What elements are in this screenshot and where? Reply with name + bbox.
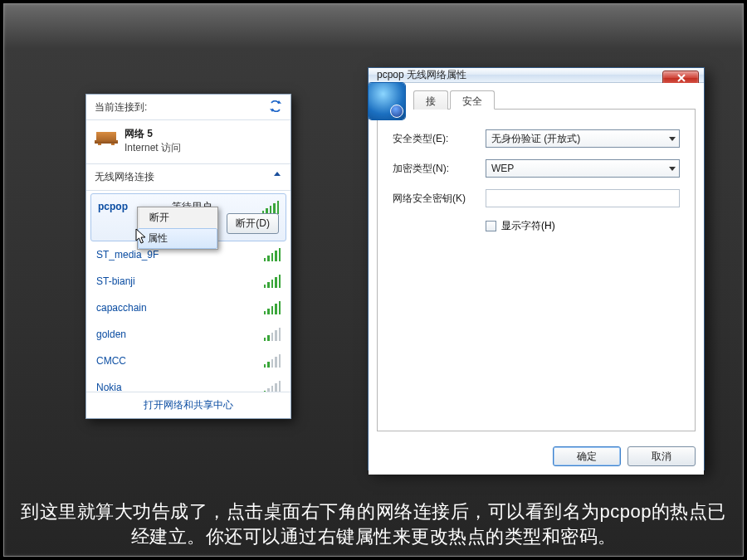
cursor-icon	[135, 228, 147, 245]
label-network-key: 网络安全密钥(K)	[393, 192, 486, 206]
wifi-name: capacchain	[96, 302, 147, 314]
wifi-name: golden	[96, 329, 126, 340]
stage-frame: 当前连接到: 网络 5 Internet 访问 无线网络连接 pcpop	[3, 3, 744, 557]
current-connection: 网络 5 Internet 访问	[86, 120, 290, 164]
chevron-down-icon	[669, 167, 676, 171]
wireless-properties-dialog: pcpop 无线网络属性 接 安全 安全类型(E): 无身份验证 (开放式)	[368, 67, 705, 470]
encryption-type-select[interactable]: WEP	[486, 159, 680, 178]
ctx-disconnect[interactable]: 断开	[138, 207, 217, 228]
ctx-properties[interactable]: 属性	[138, 228, 217, 249]
caption-text: 到这里就算大功告成了，点击桌面右下角的网络连接后，可以看到名为pcpop的热点已…	[12, 499, 735, 549]
tab-connection[interactable]: 接	[413, 90, 448, 110]
chevron-up-icon	[274, 172, 281, 176]
dialog-button-row: 确定 取消	[369, 440, 704, 475]
dialog-titlebar[interactable]: pcpop 无线网络属性	[369, 68, 704, 83]
current-network-status: Internet 访问	[124, 141, 181, 155]
show-characters-checkbox[interactable]	[486, 221, 496, 231]
label-encryption-type: 加密类型(N):	[393, 162, 486, 176]
dialog-body: 接 安全 安全类型(E): 无身份验证 (开放式) 加密类型(N): WEP	[369, 83, 704, 440]
signal-icon	[264, 301, 281, 314]
security-pane: 安全类型(E): 无身份验证 (开放式) 加密类型(N): WEP 网络安全密钥…	[377, 110, 696, 431]
show-characters-row[interactable]: 显示字符(H)	[486, 219, 680, 233]
tab-strip: 接 安全	[413, 90, 696, 110]
signal-icon	[264, 275, 281, 288]
label-security-type: 安全类型(E):	[393, 132, 486, 146]
ok-button[interactable]: 确定	[553, 446, 621, 466]
network-flyout: 当前连接到: 网络 5 Internet 访问 无线网络连接 pcpop	[85, 94, 291, 419]
wifi-name: CMCC	[96, 355, 126, 367]
wifi-name: ST_media_9F	[96, 249, 159, 261]
wifi-name: pcpop	[98, 201, 128, 212]
signal-icon	[264, 354, 281, 368]
wifi-item[interactable]: golden	[86, 321, 290, 348]
wifi-item[interactable]: capacchain	[86, 295, 290, 321]
current-network-name: 网络 5	[124, 127, 181, 141]
dialog-title: pcpop 无线网络属性	[377, 68, 466, 82]
security-type-value: 无身份验证 (开放式)	[491, 132, 580, 146]
network-bench-icon	[95, 127, 118, 145]
disconnect-button[interactable]: 断开(D)	[227, 213, 279, 234]
refresh-icon[interactable]	[269, 100, 282, 112]
context-menu: 断开 属性	[137, 207, 218, 250]
chevron-down-icon	[669, 137, 676, 141]
network-key-input[interactable]	[486, 189, 680, 207]
signal-icon	[264, 328, 281, 341]
tab-security[interactable]: 安全	[450, 90, 495, 110]
encryption-type-value: WEP	[491, 163, 514, 174]
open-network-center-link[interactable]: 打开网络和共享中心	[86, 392, 290, 418]
section-label: 无线网络连接	[95, 171, 154, 183]
flyout-header: 当前连接到:	[86, 95, 290, 120]
signal-icon	[264, 248, 281, 261]
signal-icon	[262, 201, 279, 214]
wifi-item[interactable]: CMCC	[86, 348, 290, 374]
security-type-select[interactable]: 无身份验证 (开放式)	[486, 129, 680, 148]
wifi-item[interactable]: ST-bianji	[86, 268, 290, 295]
wireless-section-header[interactable]: 无线网络连接	[86, 164, 290, 191]
wireless-globe-icon	[369, 83, 405, 119]
show-characters-label: 显示字符(H)	[501, 219, 555, 233]
flyout-title: 当前连接到:	[95, 101, 147, 113]
wifi-name: ST-bianji	[96, 275, 135, 287]
cancel-button[interactable]: 取消	[627, 446, 696, 466]
